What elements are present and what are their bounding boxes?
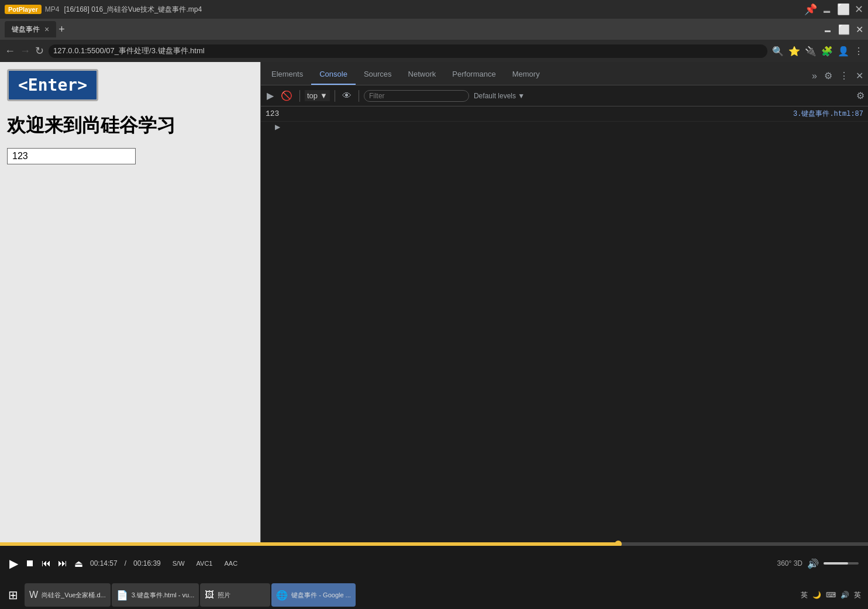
- tray-lang-icon[interactable]: 英: [801, 590, 808, 600]
- potplayer-logo[interactable]: PotPlayer: [5, 5, 42, 14]
- word-icon: W: [29, 590, 38, 600]
- new-tab-button[interactable]: +: [58, 23, 65, 36]
- devtools-close-icon[interactable]: ✕: [853, 69, 866, 82]
- maximize-icon[interactable]: ⬜: [837, 3, 850, 16]
- eject-button[interactable]: ⏏: [74, 558, 83, 569]
- devtools-settings-icon[interactable]: ⚙: [822, 69, 835, 82]
- browser-window-controls: 🗕 ⬜ ✕: [823, 24, 863, 35]
- tab-performance[interactable]: Performance: [444, 64, 504, 85]
- toolbar-separator: [299, 90, 300, 102]
- prev-button[interactable]: ⏮: [42, 558, 51, 569]
- tab-bar: 键盘事件 × +: [5, 19, 821, 40]
- browser-topbar: 键盘事件 × + 🗕 ⬜ ✕: [0, 19, 868, 40]
- more-icon[interactable]: ⋮: [854, 46, 863, 57]
- reload-icon[interactable]: ↻: [35, 44, 44, 57]
- devtools-toolbar: ▶ 🚫 top ▼ 👁 Default levels ▼ ⚙: [261, 85, 868, 106]
- console-entry: 123 3.键盘事件.html:87: [261, 106, 868, 122]
- enter-key-image: <Enter>: [7, 69, 98, 101]
- tab-close-button[interactable]: ×: [44, 25, 49, 34]
- eye-icon[interactable]: 👁: [340, 90, 354, 102]
- current-time: 00:14:57: [90, 559, 118, 567]
- format-v: AVC1: [197, 560, 213, 567]
- start-button[interactable]: ⊞: [2, 584, 23, 605]
- format-s: S/W: [173, 560, 185, 567]
- keyboard-input[interactable]: [7, 148, 136, 164]
- tab-console[interactable]: Console: [311, 64, 356, 85]
- browser-close-icon[interactable]: ✕: [856, 24, 863, 35]
- stop-button[interactable]: ⏹: [25, 558, 35, 569]
- devtools-panel: Elements Console Sources Network Perform…: [260, 62, 868, 591]
- tab-sources[interactable]: Sources: [356, 64, 400, 85]
- browser-tab-title: 键盘事件: [12, 25, 40, 35]
- console-value: 123: [266, 109, 279, 118]
- address-bar: ← → ↻ 🔍 ⭐ 🔌 🧩 👤 ⋮: [0, 40, 868, 62]
- console-source[interactable]: 3.键盘事件.html:87: [793, 109, 863, 119]
- tray-lang2-icon[interactable]: 英: [854, 590, 861, 600]
- browser-restore-icon[interactable]: ⬜: [838, 24, 850, 35]
- next-button[interactable]: ⏭: [58, 558, 67, 569]
- expand-arrow-icon[interactable]: ▶: [275, 123, 280, 131]
- minimize-icon[interactable]: 🗕: [822, 4, 832, 16]
- toolbar-separator-2: [335, 90, 335, 102]
- vscode-icon: 📄: [116, 590, 128, 601]
- tab-elements[interactable]: Elements: [263, 64, 311, 85]
- dropdown-arrow-icon: ▼: [320, 91, 328, 100]
- time-separator: /: [125, 559, 126, 567]
- default-levels-dropdown[interactable]: Default levels ▼: [474, 92, 525, 100]
- pin-icon[interactable]: 📌: [804, 3, 817, 16]
- potplayer-titlebar: PotPlayer MP4 [16/168] 016_尚硅谷Vue技术_键盘事件…: [0, 0, 868, 19]
- console-entry-line: 123 3.键盘事件.html:87: [266, 109, 863, 119]
- taskbar-item-label-vscode: 3.键盘事件.html - vu...: [132, 591, 195, 600]
- volume-icon[interactable]: 🔊: [807, 558, 819, 569]
- taskbar-item-label-photos: 照片: [218, 591, 230, 600]
- volume-bar[interactable]: [824, 562, 859, 565]
- bookmark-icon[interactable]: ⭐: [788, 46, 800, 57]
- taskbar-item-word[interactable]: W 尚硅谷_Vue全家桶.d...: [25, 583, 111, 607]
- extensions-icon[interactable]: 🧩: [821, 46, 833, 57]
- context-label: top: [307, 91, 318, 100]
- format-a: AAC: [224, 560, 237, 567]
- console-play-button[interactable]: ▶: [264, 89, 276, 102]
- console-expand-row[interactable]: ▶: [261, 122, 868, 132]
- taskbar-item-photos[interactable]: 🖼 照片: [200, 583, 270, 607]
- volume-fill: [824, 562, 848, 565]
- browser-toolbar-icons: 🔍 ⭐ 🔌 🧩 👤 ⋮: [772, 46, 863, 57]
- search-icon[interactable]: 🔍: [772, 46, 784, 57]
- total-time: 00:16:39: [133, 559, 161, 567]
- toolbar-right: ⚙: [856, 90, 864, 101]
- toolbar-separator-3: [359, 90, 359, 102]
- back-icon[interactable]: ←: [5, 45, 15, 57]
- tray-keyboard-icon[interactable]: ⌨: [826, 591, 836, 599]
- more-tabs-icon[interactable]: »: [810, 70, 819, 82]
- taskbar-item-chrome[interactable]: 🌐 键盘事件 - Google ...: [271, 583, 355, 607]
- devtools-more-options-icon[interactable]: ⋮: [837, 69, 851, 82]
- play-button[interactable]: ▶: [9, 556, 18, 570]
- page-heading: 欢迎来到尚硅谷学习: [0, 108, 260, 143]
- chrome-icon: 🌐: [276, 590, 288, 601]
- tray-volume-icon[interactable]: 🔊: [841, 591, 849, 599]
- 360-label[interactable]: 360° 3D: [777, 559, 803, 567]
- forward-icon[interactable]: →: [20, 45, 30, 57]
- potplayer-file-info: [16/168] 016_尚硅谷Vue技术_键盘事件.mp4: [64, 5, 804, 15]
- extension-icon[interactable]: 🔌: [805, 46, 817, 57]
- console-filter-input[interactable]: [364, 90, 469, 102]
- console-stop-button[interactable]: 🚫: [278, 89, 295, 102]
- console-output: 123 3.键盘事件.html:87 ▶: [261, 106, 868, 591]
- taskbar-tray: 英 🌙 ⌨ 🔊 英: [801, 590, 866, 600]
- taskbar: ⊞ W 尚硅谷_Vue全家桶.d... 📄 3.键盘事件.html - vu..…: [0, 581, 868, 609]
- tray-moon-icon[interactable]: 🌙: [812, 591, 821, 599]
- browser-tab-active[interactable]: 键盘事件 ×: [5, 21, 56, 37]
- browser-window: 键盘事件 × + 🗕 ⬜ ✕ ← → ↻ 🔍 ⭐ 🔌 🧩 👤 ⋮ <Enter>: [0, 19, 868, 591]
- taskbar-item-vscode[interactable]: 📄 3.键盘事件.html - vu...: [112, 583, 199, 607]
- close-icon[interactable]: ✕: [855, 3, 863, 16]
- context-dropdown[interactable]: top ▼: [305, 90, 330, 101]
- tab-network[interactable]: Network: [400, 64, 445, 85]
- console-gear-icon[interactable]: ⚙: [856, 91, 864, 101]
- devtools-header-icons: » ⚙ ⋮ ✕: [810, 69, 866, 85]
- taskbar-item-label-chrome: 键盘事件 - Google ...: [291, 591, 350, 600]
- address-input[interactable]: [49, 44, 767, 58]
- tab-memory[interactable]: Memory: [504, 64, 548, 85]
- profile-icon[interactable]: 👤: [838, 46, 849, 57]
- photos-icon: 🖼: [205, 590, 214, 600]
- browser-minimize-icon[interactable]: 🗕: [823, 24, 832, 35]
